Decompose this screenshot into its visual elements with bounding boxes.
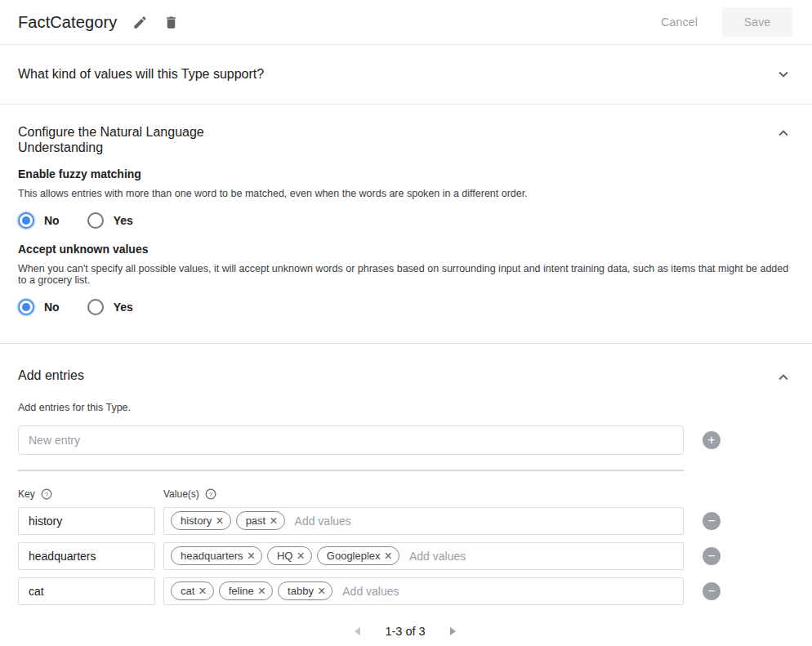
radio-button-icon (87, 299, 104, 315)
pagination: 1-3 of 3 (18, 624, 792, 639)
minus-icon: − (707, 514, 715, 527)
entries-rows: history×past×Add values − headquarters×H… (18, 507, 792, 605)
chip-remove-icon[interactable]: × (318, 586, 325, 596)
fuzzy-matching-radio-group: No Yes (18, 211, 792, 230)
add-entries-description: Add entries for this Type. (18, 402, 792, 413)
radio-button-icon (18, 299, 34, 315)
chip-remove-icon[interactable]: × (270, 516, 277, 526)
radio-label: Yes (114, 214, 133, 227)
svg-text:?: ? (209, 490, 213, 497)
value-chip[interactable]: headquarters× (171, 546, 262, 565)
values-column-header: Value(s) (163, 488, 199, 500)
chip-remove-icon[interactable]: × (385, 551, 392, 561)
delete-trash-icon[interactable] (163, 15, 179, 30)
nlu-title: Configure the Natural Language Understan… (18, 124, 224, 155)
key-column-header: Key (18, 488, 35, 500)
entry-key-input[interactable] (18, 507, 155, 535)
remove-entry-button[interactable]: − (703, 512, 721, 530)
unknown-radio-no[interactable]: No (18, 299, 60, 315)
chip-label: past (246, 515, 266, 527)
header-bar: FactCategory Cancel Save (0, 0, 812, 45)
value-chip[interactable]: past× (236, 511, 285, 530)
chip-label: HQ (277, 550, 293, 562)
chevron-up-icon[interactable] (774, 124, 792, 142)
chip-remove-icon[interactable]: × (216, 516, 223, 526)
pagination-prev-button[interactable] (351, 624, 364, 639)
value-chip[interactable]: tabby× (278, 581, 332, 600)
chip-remove-icon[interactable]: × (199, 586, 206, 596)
plus-icon: + (707, 433, 715, 446)
pagination-label: 1-3 of 3 (385, 625, 425, 638)
new-entry-input[interactable] (18, 425, 684, 455)
remove-entry-button[interactable]: − (703, 582, 721, 600)
entry-row: cat×feline×tabby×Add values − (18, 577, 792, 605)
value-chip[interactable]: Googleplex× (317, 546, 399, 565)
entry-row: history×past×Add values − (18, 507, 792, 535)
cancel-button[interactable]: Cancel (661, 16, 698, 29)
chip-label: tabby (288, 585, 314, 597)
unknown-values-radio-group: No Yes (18, 297, 792, 317)
pagination-next-button[interactable] (447, 624, 459, 639)
value-chip[interactable]: cat× (171, 581, 214, 600)
add-values-placeholder: Add values (342, 585, 399, 598)
fuzzy-radio-yes[interactable]: Yes (87, 212, 133, 229)
add-values-placeholder: Add values (409, 550, 466, 563)
chevron-up-icon[interactable] (774, 368, 792, 386)
fuzzy-radio-no[interactable]: No (18, 212, 60, 229)
prev-page-icon (355, 627, 360, 635)
fuzzy-matching-title: Enable fuzzy matching (18, 167, 792, 180)
remove-entry-button[interactable]: − (703, 547, 721, 565)
minus-icon: − (707, 584, 715, 597)
values-type-title: What kind of values will this Type suppo… (18, 67, 264, 82)
next-page-icon (450, 627, 456, 635)
svg-text:?: ? (45, 490, 49, 497)
minus-icon: − (707, 549, 715, 562)
value-chip[interactable]: feline× (219, 581, 273, 600)
radio-label: No (44, 301, 60, 314)
unknown-radio-yes[interactable]: Yes (87, 299, 133, 315)
chip-label: Googleplex (327, 550, 381, 562)
section-nlu: Configure the Natural Language Understan… (0, 105, 812, 344)
section-add-entries: Add entries Add entries for this Type. +… (0, 344, 812, 639)
save-button[interactable]: Save (722, 7, 792, 37)
chip-label: history (181, 515, 212, 527)
add-entries-title: Add entries (18, 368, 84, 383)
fuzzy-matching-description: This allows entries with more than one w… (18, 188, 792, 200)
chip-remove-icon[interactable]: × (297, 551, 304, 561)
entry-values-field[interactable]: history×past×Add values (163, 507, 684, 535)
add-entry-button[interactable]: + (703, 431, 721, 449)
entries-divider (18, 470, 684, 471)
chip-remove-icon[interactable]: × (248, 551, 255, 561)
edit-pencil-icon[interactable] (132, 15, 148, 30)
entry-key-input[interactable] (18, 542, 155, 570)
radio-button-icon (87, 212, 104, 229)
page-title: FactCategory (18, 13, 117, 32)
add-values-placeholder: Add values (295, 515, 351, 528)
unknown-values-description: When you can't specify all possible valu… (18, 263, 792, 287)
radio-label: No (44, 214, 60, 227)
entry-key-input[interactable] (18, 577, 155, 605)
chip-label: headquarters (181, 550, 243, 562)
help-icon[interactable]: ? (205, 488, 216, 500)
value-chip[interactable]: history× (171, 511, 231, 530)
chevron-down-icon[interactable] (774, 65, 792, 83)
unknown-values-title: Accept unknown values (18, 243, 792, 256)
section-values-type[interactable]: What kind of values will this Type suppo… (0, 45, 812, 105)
radio-button-icon (18, 212, 34, 229)
value-chip[interactable]: HQ× (267, 546, 312, 565)
chip-label: cat (181, 585, 194, 597)
entry-values-field[interactable]: headquarters×HQ×Googleplex×Add values (163, 542, 684, 570)
chip-remove-icon[interactable]: × (258, 586, 265, 596)
entry-row: headquarters×HQ×Googleplex×Add values − (18, 542, 792, 570)
entry-values-field[interactable]: cat×feline×tabby×Add values (163, 577, 684, 605)
entries-column-headers: Key ? Value(s) ? (18, 488, 792, 500)
radio-label: Yes (114, 301, 133, 314)
help-icon[interactable]: ? (41, 488, 52, 500)
chip-label: feline (229, 585, 254, 597)
